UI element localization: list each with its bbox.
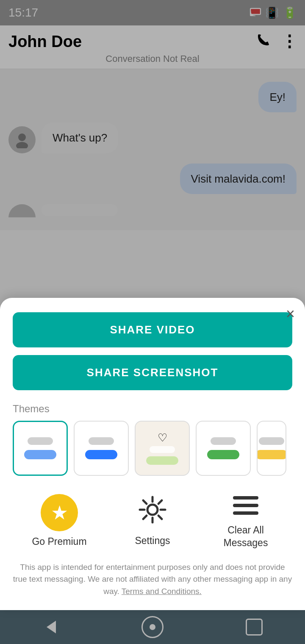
terms-link[interactable]: Terms and Conditions. [122,587,202,596]
svg-line-10 [158,500,162,504]
theme-pill-bottom [257,450,286,459]
svg-rect-13 [233,504,258,507]
share-video-button[interactable]: SHARE VIDEO [13,312,292,347]
go-premium-item[interactable]: ★ Go Premium [21,494,97,548]
theme-pill-bottom [24,450,56,459]
svg-line-9 [158,516,162,519]
svg-line-11 [143,516,147,519]
go-premium-label: Go Premium [32,536,86,548]
themes-label: Themes [13,403,292,415]
theme-card-blue[interactable] [74,421,129,476]
theme-pill-bottom [207,450,239,459]
svg-rect-12 [233,496,258,500]
svg-point-3 [147,505,158,515]
star-icon: ★ [51,501,68,524]
clear-all-label: Clear AllMessages [224,524,268,550]
themes-scroll: ♡ [13,421,292,477]
theme-pill-top [259,437,284,445]
close-button[interactable]: × [286,306,295,322]
heart-icon: ♡ [158,431,167,444]
clear-all-item[interactable]: Clear AllMessages [208,493,284,550]
settings-label: Settings [135,535,170,547]
theme-pill-bottom [85,450,117,459]
themes-section: Themes ♡ [13,403,292,477]
lines-icon [231,493,261,520]
premium-circle: ★ [41,494,78,531]
svg-line-8 [143,500,147,504]
bottom-icons-row: ★ Go Premium [13,493,292,550]
theme-card-default[interactable] [13,421,68,476]
settings-item[interactable]: Settings [114,495,191,547]
theme-paper-pill-bottom [146,456,178,465]
theme-pill-top [28,437,53,445]
theme-paper-inner: ♡ [146,431,178,465]
disclaimer: This app is intended for entertainment p… [13,561,292,598]
gear-icon [138,495,167,530]
theme-card-yellow[interactable] [257,421,286,476]
theme-card-green[interactable] [196,421,251,476]
theme-pill-top [89,437,114,445]
theme-card-paper[interactable]: ♡ [135,421,190,476]
bottom-sheet: × SHARE VIDEO SHARE SCREENSHOT Themes ♡ [0,298,305,610]
theme-paper-pill-top [150,446,175,453]
share-screenshot-button[interactable]: SHARE SCREENSHOT [13,355,292,390]
theme-pill-top [211,437,236,445]
svg-rect-14 [233,511,258,515]
sheet-actions: SHARE VIDEO SHARE SCREENSHOT [13,312,292,390]
